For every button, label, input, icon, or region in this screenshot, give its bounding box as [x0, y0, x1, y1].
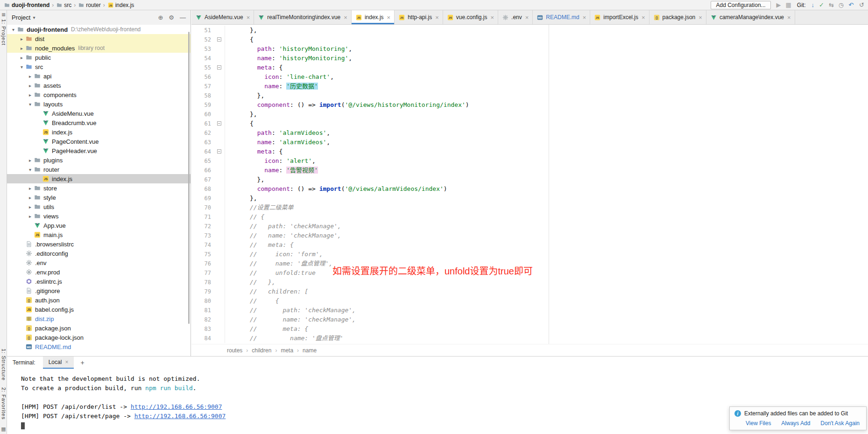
tree-item-.env.prod[interactable]: .env.prod: [7, 267, 191, 277]
tab-close-icon[interactable]: ×: [787, 14, 791, 21]
add-configuration-button[interactable]: Add Configuration...: [711, 1, 770, 9]
chevron-collapsed-icon[interactable]: ▸: [27, 92, 34, 98]
chevron-collapsed-icon[interactable]: ▸: [18, 55, 25, 60]
tree-item-readme.md[interactable]: MDREADME.md: [7, 342, 191, 351]
tree-item-assets[interactable]: ▸assets: [7, 81, 191, 90]
chevron-collapsed-icon[interactable]: ▸: [27, 204, 34, 210]
project-panel-title[interactable]: Project: [12, 14, 30, 21]
tab-close-icon[interactable]: ×: [387, 14, 391, 21]
chevron-collapsed-icon[interactable]: ▸: [27, 186, 34, 191]
tree-item-asidemenu.vue[interactable]: AsideMenu.vue: [7, 109, 191, 118]
editor-tab[interactable]: JSindex.js×: [352, 10, 395, 24]
editor-tab[interactable]: .env×: [498, 10, 533, 24]
new-terminal-button[interactable]: +: [78, 359, 86, 366]
chevron-expanded-icon[interactable]: ▾: [10, 27, 17, 32]
breadcrumb-item[interactable]: duoji-frontend: [4, 2, 49, 8]
tab-close-icon[interactable]: ×: [642, 14, 645, 21]
tab-close-icon[interactable]: ×: [344, 14, 347, 21]
chevron-collapsed-icon[interactable]: ▸: [18, 36, 25, 42]
editor-breadcrumb-item[interactable]: name: [303, 347, 317, 354]
fold-marker-icon[interactable]: −: [217, 37, 221, 42]
breadcrumb-item[interactable]: src: [56, 2, 71, 8]
view-files-link[interactable]: View Files: [746, 420, 771, 427]
tree-item-package.json[interactable]: {}package.json: [7, 323, 191, 333]
terminal-link[interactable]: http://192.168.66.56:9007: [131, 403, 222, 410]
commit-icon[interactable]: ✓: [819, 2, 824, 8]
tree-item-dist[interactable]: ▸dist: [7, 34, 191, 43]
toolwindow-switcher-icon[interactable]: ▦: [1, 426, 6, 432]
tree-item-views[interactable]: ▸views: [7, 211, 191, 221]
update-project-icon[interactable]: ↓: [812, 2, 815, 8]
code-editor[interactable]: 51 },52− {53 path: 'historyMonitoring',5…: [191, 25, 868, 344]
tab-close-icon[interactable]: ×: [490, 14, 494, 21]
chevron-expanded-icon[interactable]: ▾: [27, 167, 34, 172]
tree-item-style[interactable]: ▸style: [7, 193, 191, 202]
tree-item-plugins[interactable]: ▸plugins: [7, 155, 191, 165]
structure-stripe-button[interactable]: 1: Structure: [1, 349, 7, 381]
chevron-collapsed-icon[interactable]: ▸: [27, 74, 34, 79]
editor-breadcrumb-item[interactable]: routes: [227, 347, 242, 354]
restore-layout-icon[interactable]: ↺: [859, 2, 864, 8]
fold-marker-icon[interactable]: −: [217, 149, 221, 154]
chevron-expanded-icon[interactable]: ▾: [27, 102, 34, 107]
fold-marker-icon[interactable]: −: [217, 121, 221, 126]
tree-item-layouts[interactable]: ▾layouts: [7, 99, 191, 109]
tree-item-utils[interactable]: ▸utils: [7, 202, 191, 211]
editor-breadcrumb-item[interactable]: meta: [281, 347, 293, 354]
project-scrollbar[interactable]: [188, 32, 190, 324]
tree-item-router[interactable]: ▾router: [7, 165, 191, 174]
don-t-ask-again-link[interactable]: Don't Ask Again: [820, 420, 860, 427]
tree-item-pageheader.vue[interactable]: PageHeader.vue: [7, 146, 191, 155]
tree-item-app.vue[interactable]: App.vue: [7, 221, 191, 230]
tree-item-index.js[interactable]: JSindex.js: [7, 127, 191, 137]
tab-close-icon[interactable]: ×: [699, 14, 702, 21]
tree-item-duoji-frontend[interactable]: ▾duoji-frontendD:\zheheWeb\duoji-fronten…: [7, 25, 191, 34]
tree-item-package-lock.json[interactable]: {}package-lock.json: [7, 333, 191, 342]
breadcrumb-item[interactable]: router: [78, 2, 100, 8]
editor-tab[interactable]: JSvue.config.js×: [443, 10, 498, 24]
chevron-collapsed-icon[interactable]: ▸: [27, 83, 34, 88]
fold-marker-icon[interactable]: −: [217, 65, 221, 70]
locate-icon[interactable]: ⊕: [158, 14, 163, 21]
tree-item-node-modules[interactable]: ▸node_moduleslibrary root: [7, 43, 191, 53]
tree-item-pagecontent.vue[interactable]: PageContent.vue: [7, 137, 191, 146]
tree-item-.env[interactable]: .env: [7, 258, 191, 267]
editor-tab[interactable]: {}package.json×: [649, 10, 706, 24]
chevron-collapsed-icon[interactable]: ▸: [27, 158, 34, 163]
terminal-tab-close-icon[interactable]: ×: [65, 359, 68, 365]
tree-item-components[interactable]: ▸components: [7, 90, 191, 99]
profiler-icon[interactable]: ▦: [786, 2, 791, 8]
tree-item-dist.zip[interactable]: dist.zip: [7, 314, 191, 323]
editor-tab[interactable]: realTimeMonitoring\index.vue×: [254, 10, 352, 24]
editor-tab[interactable]: AsideMenu.vue×: [191, 10, 254, 24]
tree-item-.editorconfig[interactable]: .editorconfig: [7, 249, 191, 258]
tab-close-icon[interactable]: ×: [435, 14, 439, 21]
tree-item-.browserslistrc[interactable]: .browserslistrc: [7, 239, 191, 249]
editor-tab[interactable]: cameraManage\index.vue×: [706, 10, 795, 24]
editor-breadcrumb-item[interactable]: children: [252, 347, 271, 354]
tab-close-icon[interactable]: ×: [247, 14, 250, 21]
terminal-tab-local[interactable]: Local ×: [43, 357, 74, 369]
editor-tab[interactable]: JSimportExcel.js×: [590, 10, 649, 24]
tree-item-auth.json[interactable]: {}auth.json: [7, 295, 191, 305]
favorites-stripe-button[interactable]: 2: Favorites: [1, 387, 7, 420]
editor-tab[interactable]: MDREADME.md×: [533, 10, 590, 24]
tree-item-public[interactable]: ▸public: [7, 53, 191, 62]
chevron-collapsed-icon[interactable]: ▸: [18, 46, 25, 51]
terminal-link[interactable]: http://192.168.66.56:9007: [134, 413, 226, 420]
rollback-icon[interactable]: ↶: [848, 2, 854, 8]
breadcrumb-item[interactable]: JSindex.js: [107, 2, 134, 8]
tab-close-icon[interactable]: ×: [525, 14, 529, 21]
history-icon[interactable]: ◷: [839, 2, 844, 8]
tree-item-store[interactable]: ▸store: [7, 183, 191, 193]
tree-item-src[interactable]: ▾src: [7, 62, 191, 71]
chevron-down-icon[interactable]: ▾: [33, 15, 35, 20]
compare-icon[interactable]: ⇆: [829, 2, 834, 8]
chevron-collapsed-icon[interactable]: ▸: [27, 214, 34, 219]
chevron-collapsed-icon[interactable]: ▸: [27, 195, 34, 200]
hide-icon[interactable]: —: [180, 14, 186, 21]
project-stripe-button[interactable]: 1: Project: [1, 19, 7, 45]
tree-item-index.js[interactable]: JSindex.js: [7, 174, 191, 183]
tree-item-api[interactable]: ▸api: [7, 71, 191, 81]
run-icon[interactable]: ▶: [776, 2, 781, 8]
